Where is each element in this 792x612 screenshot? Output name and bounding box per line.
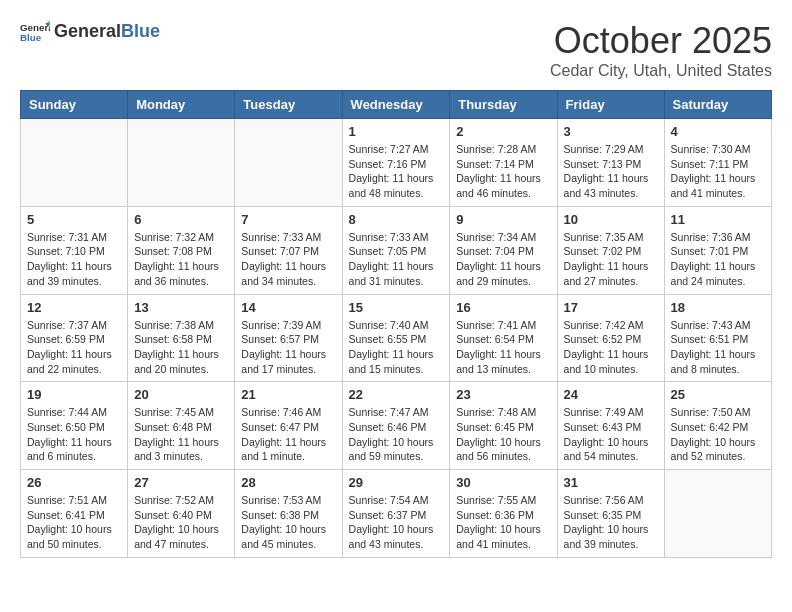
calendar-day-cell: 22Sunrise: 7:47 AMSunset: 6:46 PMDayligh… <box>342 382 450 470</box>
calendar-week-row: 5Sunrise: 7:31 AMSunset: 7:10 PMDaylight… <box>21 206 772 294</box>
day-number: 8 <box>349 212 444 227</box>
logo-icon: General Blue <box>20 20 50 44</box>
day-number: 28 <box>241 475 335 490</box>
day-of-week-header: Tuesday <box>235 91 342 119</box>
day-info: Sunrise: 7:53 AMSunset: 6:38 PMDaylight:… <box>241 493 335 552</box>
calendar-day-cell <box>664 470 771 558</box>
day-number: 1 <box>349 124 444 139</box>
day-info: Sunrise: 7:32 AMSunset: 7:08 PMDaylight:… <box>134 230 228 289</box>
day-of-week-header: Monday <box>128 91 235 119</box>
day-info: Sunrise: 7:41 AMSunset: 6:54 PMDaylight:… <box>456 318 550 377</box>
calendar-day-cell: 20Sunrise: 7:45 AMSunset: 6:48 PMDayligh… <box>128 382 235 470</box>
day-number: 16 <box>456 300 550 315</box>
calendar-day-cell <box>21 119 128 207</box>
day-number: 17 <box>564 300 658 315</box>
day-info: Sunrise: 7:47 AMSunset: 6:46 PMDaylight:… <box>349 405 444 464</box>
day-number: 18 <box>671 300 765 315</box>
day-number: 6 <box>134 212 228 227</box>
day-info: Sunrise: 7:55 AMSunset: 6:36 PMDaylight:… <box>456 493 550 552</box>
calendar-day-cell: 8Sunrise: 7:33 AMSunset: 7:05 PMDaylight… <box>342 206 450 294</box>
day-number: 4 <box>671 124 765 139</box>
svg-text:Blue: Blue <box>20 32 42 43</box>
calendar-day-cell: 4Sunrise: 7:30 AMSunset: 7:11 PMDaylight… <box>664 119 771 207</box>
calendar-day-cell: 28Sunrise: 7:53 AMSunset: 6:38 PMDayligh… <box>235 470 342 558</box>
calendar-day-cell: 14Sunrise: 7:39 AMSunset: 6:57 PMDayligh… <box>235 294 342 382</box>
day-info: Sunrise: 7:29 AMSunset: 7:13 PMDaylight:… <box>564 142 658 201</box>
calendar-day-cell: 29Sunrise: 7:54 AMSunset: 6:37 PMDayligh… <box>342 470 450 558</box>
day-info: Sunrise: 7:42 AMSunset: 6:52 PMDaylight:… <box>564 318 658 377</box>
calendar-day-cell: 11Sunrise: 7:36 AMSunset: 7:01 PMDayligh… <box>664 206 771 294</box>
calendar-day-cell <box>128 119 235 207</box>
calendar-day-cell: 15Sunrise: 7:40 AMSunset: 6:55 PMDayligh… <box>342 294 450 382</box>
day-of-week-header: Saturday <box>664 91 771 119</box>
calendar-day-cell: 24Sunrise: 7:49 AMSunset: 6:43 PMDayligh… <box>557 382 664 470</box>
day-info: Sunrise: 7:38 AMSunset: 6:58 PMDaylight:… <box>134 318 228 377</box>
calendar-day-cell: 12Sunrise: 7:37 AMSunset: 6:59 PMDayligh… <box>21 294 128 382</box>
calendar-day-cell: 26Sunrise: 7:51 AMSunset: 6:41 PMDayligh… <box>21 470 128 558</box>
calendar-day-cell: 30Sunrise: 7:55 AMSunset: 6:36 PMDayligh… <box>450 470 557 558</box>
day-info: Sunrise: 7:35 AMSunset: 7:02 PMDaylight:… <box>564 230 658 289</box>
calendar-header-row: SundayMondayTuesdayWednesdayThursdayFrid… <box>21 91 772 119</box>
day-number: 27 <box>134 475 228 490</box>
day-info: Sunrise: 7:48 AMSunset: 6:45 PMDaylight:… <box>456 405 550 464</box>
day-number: 9 <box>456 212 550 227</box>
day-number: 22 <box>349 387 444 402</box>
calendar-day-cell: 13Sunrise: 7:38 AMSunset: 6:58 PMDayligh… <box>128 294 235 382</box>
logo-text: GeneralBlue <box>54 21 160 43</box>
day-info: Sunrise: 7:49 AMSunset: 6:43 PMDaylight:… <box>564 405 658 464</box>
day-info: Sunrise: 7:56 AMSunset: 6:35 PMDaylight:… <box>564 493 658 552</box>
calendar-day-cell: 27Sunrise: 7:52 AMSunset: 6:40 PMDayligh… <box>128 470 235 558</box>
calendar-week-row: 1Sunrise: 7:27 AMSunset: 7:16 PMDaylight… <box>21 119 772 207</box>
day-number: 3 <box>564 124 658 139</box>
day-info: Sunrise: 7:39 AMSunset: 6:57 PMDaylight:… <box>241 318 335 377</box>
svg-text:General: General <box>20 22 50 33</box>
calendar-day-cell: 1Sunrise: 7:27 AMSunset: 7:16 PMDaylight… <box>342 119 450 207</box>
calendar-day-cell: 17Sunrise: 7:42 AMSunset: 6:52 PMDayligh… <box>557 294 664 382</box>
day-number: 20 <box>134 387 228 402</box>
calendar-day-cell: 18Sunrise: 7:43 AMSunset: 6:51 PMDayligh… <box>664 294 771 382</box>
calendar-day-cell: 10Sunrise: 7:35 AMSunset: 7:02 PMDayligh… <box>557 206 664 294</box>
day-number: 10 <box>564 212 658 227</box>
day-info: Sunrise: 7:28 AMSunset: 7:14 PMDaylight:… <box>456 142 550 201</box>
day-number: 30 <box>456 475 550 490</box>
calendar-day-cell: 6Sunrise: 7:32 AMSunset: 7:08 PMDaylight… <box>128 206 235 294</box>
day-number: 29 <box>349 475 444 490</box>
calendar-day-cell: 16Sunrise: 7:41 AMSunset: 6:54 PMDayligh… <box>450 294 557 382</box>
day-info: Sunrise: 7:37 AMSunset: 6:59 PMDaylight:… <box>27 318 121 377</box>
calendar-day-cell: 9Sunrise: 7:34 AMSunset: 7:04 PMDaylight… <box>450 206 557 294</box>
day-number: 31 <box>564 475 658 490</box>
day-info: Sunrise: 7:44 AMSunset: 6:50 PMDaylight:… <box>27 405 121 464</box>
day-of-week-header: Sunday <box>21 91 128 119</box>
calendar-day-cell: 5Sunrise: 7:31 AMSunset: 7:10 PMDaylight… <box>21 206 128 294</box>
day-number: 5 <box>27 212 121 227</box>
calendar-week-row: 26Sunrise: 7:51 AMSunset: 6:41 PMDayligh… <box>21 470 772 558</box>
day-info: Sunrise: 7:46 AMSunset: 6:47 PMDaylight:… <box>241 405 335 464</box>
day-number: 2 <box>456 124 550 139</box>
day-number: 12 <box>27 300 121 315</box>
calendar-day-cell: 2Sunrise: 7:28 AMSunset: 7:14 PMDaylight… <box>450 119 557 207</box>
calendar-day-cell: 23Sunrise: 7:48 AMSunset: 6:45 PMDayligh… <box>450 382 557 470</box>
calendar-day-cell: 21Sunrise: 7:46 AMSunset: 6:47 PMDayligh… <box>235 382 342 470</box>
day-info: Sunrise: 7:31 AMSunset: 7:10 PMDaylight:… <box>27 230 121 289</box>
day-number: 21 <box>241 387 335 402</box>
day-of-week-header: Thursday <box>450 91 557 119</box>
day-number: 24 <box>564 387 658 402</box>
day-info: Sunrise: 7:40 AMSunset: 6:55 PMDaylight:… <box>349 318 444 377</box>
day-info: Sunrise: 7:33 AMSunset: 7:05 PMDaylight:… <box>349 230 444 289</box>
day-info: Sunrise: 7:52 AMSunset: 6:40 PMDaylight:… <box>134 493 228 552</box>
day-info: Sunrise: 7:30 AMSunset: 7:11 PMDaylight:… <box>671 142 765 201</box>
day-info: Sunrise: 7:33 AMSunset: 7:07 PMDaylight:… <box>241 230 335 289</box>
day-number: 13 <box>134 300 228 315</box>
day-info: Sunrise: 7:54 AMSunset: 6:37 PMDaylight:… <box>349 493 444 552</box>
day-number: 15 <box>349 300 444 315</box>
calendar-week-row: 12Sunrise: 7:37 AMSunset: 6:59 PMDayligh… <box>21 294 772 382</box>
day-info: Sunrise: 7:34 AMSunset: 7:04 PMDaylight:… <box>456 230 550 289</box>
day-number: 11 <box>671 212 765 227</box>
location-title: Cedar City, Utah, United States <box>550 62 772 80</box>
page-header: General Blue GeneralBlue October 2025 Ce… <box>20 20 772 80</box>
title-section: October 2025 Cedar City, Utah, United St… <box>550 20 772 80</box>
day-info: Sunrise: 7:51 AMSunset: 6:41 PMDaylight:… <box>27 493 121 552</box>
day-info: Sunrise: 7:36 AMSunset: 7:01 PMDaylight:… <box>671 230 765 289</box>
calendar-day-cell: 19Sunrise: 7:44 AMSunset: 6:50 PMDayligh… <box>21 382 128 470</box>
day-info: Sunrise: 7:27 AMSunset: 7:16 PMDaylight:… <box>349 142 444 201</box>
